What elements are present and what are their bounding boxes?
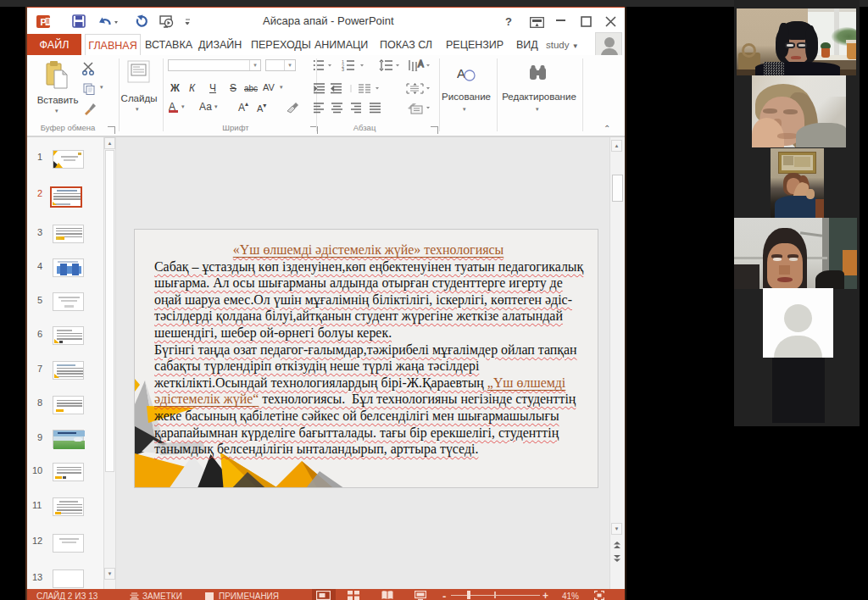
svg-text:A: A	[418, 59, 424, 69]
svg-text:А: А	[457, 66, 465, 81]
svg-text:3: 3	[342, 67, 344, 71]
